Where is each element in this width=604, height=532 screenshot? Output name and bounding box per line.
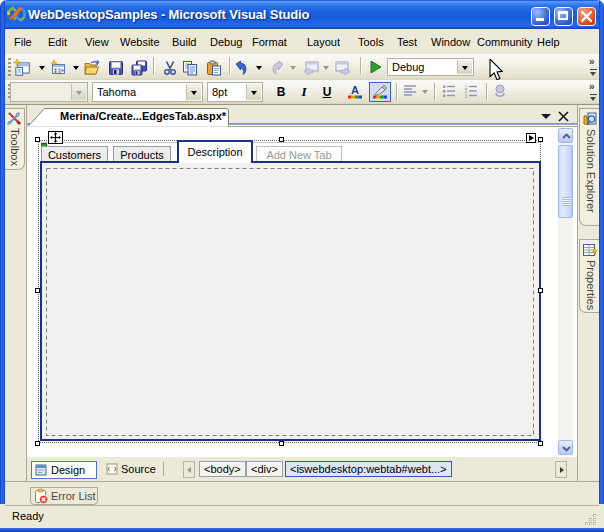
svg-text:3: 3 bbox=[465, 93, 468, 99]
svg-text:A: A bbox=[351, 84, 359, 96]
